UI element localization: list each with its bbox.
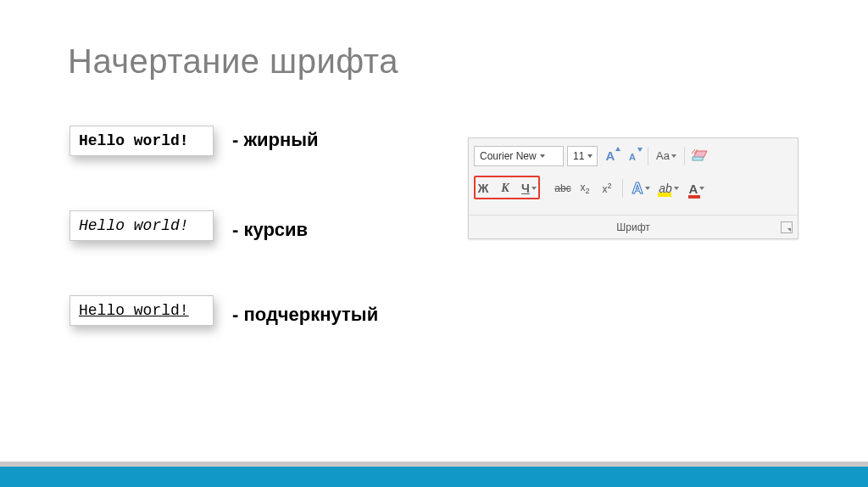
example-bold: Hello world!: [70, 126, 214, 156]
chevron-down-icon: [699, 187, 704, 190]
shrink-font-button[interactable]: A: [623, 147, 642, 165]
chevron-down-icon: [671, 154, 676, 158]
text-effects-icon: A: [632, 180, 643, 198]
chevron-down-icon: [645, 187, 650, 190]
chevron-down-icon: [587, 154, 593, 158]
text-effects-button[interactable]: A: [629, 179, 653, 198]
chevron-down-icon: [674, 187, 679, 190]
strikethrough-icon: abc: [554, 182, 570, 194]
subscript-icon: x2: [580, 182, 589, 195]
separator: [622, 179, 623, 198]
svg-marker-1: [637, 148, 643, 152]
superscript-icon: x2: [602, 182, 611, 195]
svg-marker-0: [615, 147, 620, 151]
dialog-launcher-button[interactable]: [781, 221, 793, 233]
highlight-color-button[interactable]: ab: [656, 179, 682, 198]
svg-rect-3: [693, 157, 703, 160]
underline-icon: Ч: [521, 182, 530, 195]
label-underline: - подчеркнутый: [232, 304, 378, 326]
font-name-value: Courier New: [480, 150, 537, 162]
footer-accent-bar: [0, 467, 868, 487]
ribbon-row-top: Courier New 11 A A Aa: [469, 138, 798, 171]
eraser-icon: [692, 149, 709, 163]
change-case-button[interactable]: Aa: [654, 147, 678, 165]
caret-down-icon: [637, 148, 643, 153]
ribbon-font-group: Courier New 11 A A Aa: [468, 137, 798, 239]
bold-icon: Ж: [478, 182, 489, 195]
chevron-down-icon: [531, 187, 537, 190]
clear-formatting-button[interactable]: [691, 147, 709, 165]
font-color-icon: A: [689, 182, 698, 196]
example-underline: Hello world!: [70, 295, 214, 326]
italic-button[interactable]: К: [496, 179, 515, 198]
ribbon-group-label-text: Шрифт: [616, 221, 649, 233]
label-bold: - жирный: [232, 129, 319, 151]
launcher-arrow-icon: [787, 228, 791, 232]
grow-font-button[interactable]: A: [601, 147, 620, 165]
label-italic: - курсив: [232, 219, 308, 241]
caret-up-icon: [615, 147, 620, 152]
font-color-button[interactable]: A: [685, 179, 709, 198]
ribbon-group-label: Шрифт: [469, 215, 798, 238]
font-size-select[interactable]: 11: [567, 146, 598, 166]
shrink-font-icon: A: [629, 152, 636, 162]
ribbon-row-bottom: Ж К Ч abc x2 x2 A ab A: [469, 171, 798, 203]
example-italic: Hello world!: [70, 210, 214, 241]
font-size-value: 11: [573, 150, 584, 162]
italic-icon: К: [501, 182, 509, 195]
subscript-button[interactable]: x2: [576, 179, 594, 198]
grow-font-icon: A: [606, 148, 615, 163]
underline-button[interactable]: Ч: [518, 179, 540, 198]
highlight-icon: ab: [659, 182, 672, 195]
separator: [648, 147, 648, 165]
font-name-select[interactable]: Courier New: [474, 146, 564, 166]
bold-button[interactable]: Ж: [474, 179, 492, 198]
change-case-icon: Aa: [656, 149, 670, 162]
superscript-button[interactable]: x2: [598, 179, 616, 198]
chevron-down-icon: [540, 154, 545, 158]
page-title: Начертание шрифта: [68, 42, 398, 81]
strikethrough-button[interactable]: abc: [554, 179, 572, 198]
separator: [684, 147, 685, 165]
